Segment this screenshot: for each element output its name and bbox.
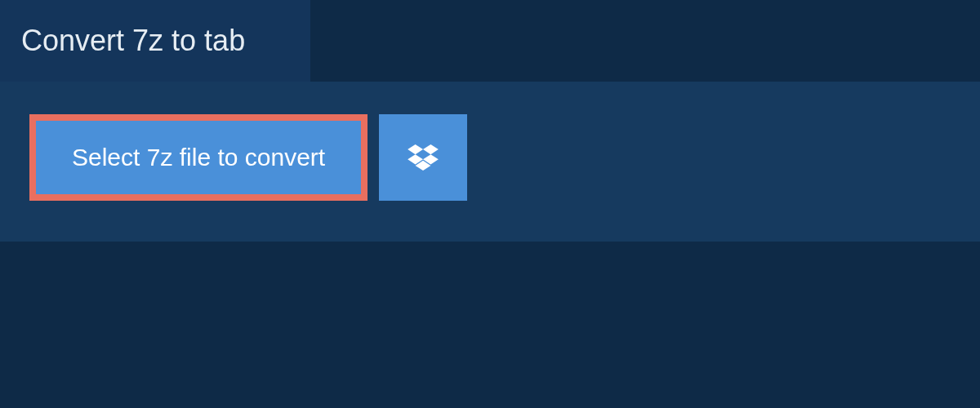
select-file-label: Select 7z file to convert xyxy=(72,144,325,171)
active-tab-header[interactable]: Convert 7z to tab xyxy=(0,0,310,82)
dropbox-icon xyxy=(408,144,439,171)
page-title: Convert 7z to tab xyxy=(21,24,245,58)
select-file-button[interactable]: Select 7z file to convert xyxy=(29,114,368,201)
conversion-panel: Select 7z file to convert xyxy=(0,82,980,242)
dropbox-button[interactable] xyxy=(379,114,467,201)
button-row: Select 7z file to convert xyxy=(29,114,951,201)
